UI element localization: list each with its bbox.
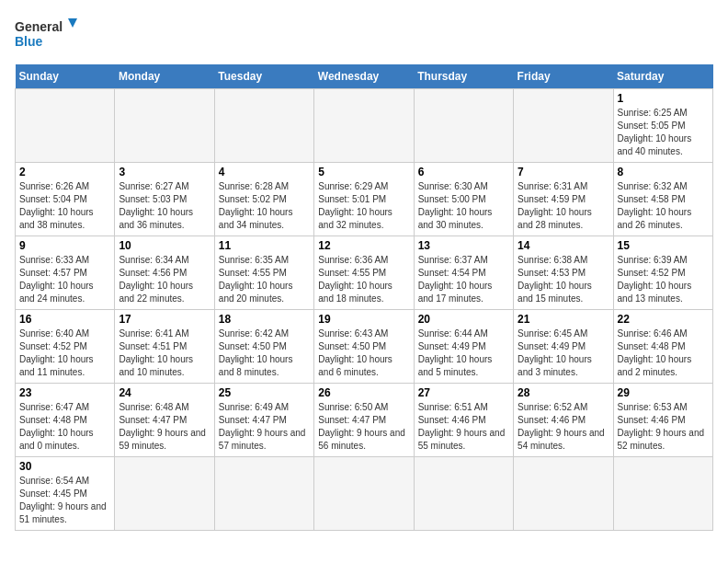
calendar-cell bbox=[214, 457, 313, 531]
weekday-header-wednesday: Wednesday bbox=[314, 64, 414, 89]
calendar-cell: 12Sunrise: 6:36 AM Sunset: 4:55 PM Dayli… bbox=[314, 236, 414, 310]
day-number: 8 bbox=[618, 166, 709, 178]
day-info: Sunrise: 6:45 AM Sunset: 4:49 PM Dayligh… bbox=[518, 327, 609, 379]
calendar-cell bbox=[16, 89, 115, 163]
calendar-cell: 26Sunrise: 6:50 AM Sunset: 4:47 PM Dayli… bbox=[314, 384, 414, 457]
calendar-cell: 4Sunrise: 6:28 AM Sunset: 5:02 PM Daylig… bbox=[214, 163, 313, 236]
day-number: 9 bbox=[19, 239, 110, 252]
day-number: 18 bbox=[219, 313, 310, 326]
weekday-header-thursday: Thursday bbox=[414, 64, 513, 89]
day-number: 20 bbox=[418, 313, 509, 326]
day-info: Sunrise: 6:48 AM Sunset: 4:47 PM Dayligh… bbox=[119, 401, 210, 453]
day-number: 15 bbox=[618, 239, 709, 252]
day-info: Sunrise: 6:30 AM Sunset: 5:00 PM Dayligh… bbox=[418, 180, 509, 232]
calendar-cell bbox=[115, 457, 214, 531]
calendar-cell bbox=[115, 89, 214, 163]
day-number: 7 bbox=[518, 166, 609, 178]
calendar-cell: 28Sunrise: 6:52 AM Sunset: 4:46 PM Dayli… bbox=[514, 384, 613, 457]
calendar-cell: 29Sunrise: 6:53 AM Sunset: 4:46 PM Dayli… bbox=[613, 384, 712, 457]
day-info: Sunrise: 6:42 AM Sunset: 4:50 PM Dayligh… bbox=[219, 327, 310, 379]
weekday-header-tuesday: Tuesday bbox=[214, 64, 313, 89]
calendar-cell bbox=[414, 457, 513, 531]
day-info: Sunrise: 6:43 AM Sunset: 4:50 PM Dayligh… bbox=[318, 327, 409, 379]
svg-marker-2 bbox=[68, 18, 77, 28]
calendar-week-row: 1Sunrise: 6:25 AM Sunset: 5:05 PM Daylig… bbox=[16, 89, 713, 163]
day-info: Sunrise: 6:39 AM Sunset: 4:52 PM Dayligh… bbox=[618, 254, 709, 305]
calendar-week-row: 2Sunrise: 6:26 AM Sunset: 5:04 PM Daylig… bbox=[16, 163, 713, 236]
calendar-cell: 10Sunrise: 6:34 AM Sunset: 4:56 PM Dayli… bbox=[115, 236, 214, 310]
calendar-cell: 25Sunrise: 6:49 AM Sunset: 4:47 PM Dayli… bbox=[214, 384, 313, 457]
day-number: 17 bbox=[119, 313, 210, 326]
calendar-cell: 15Sunrise: 6:39 AM Sunset: 4:52 PM Dayli… bbox=[613, 236, 712, 310]
day-number: 30 bbox=[19, 460, 110, 473]
day-number: 10 bbox=[119, 239, 210, 252]
calendar-cell: 18Sunrise: 6:42 AM Sunset: 4:50 PM Dayli… bbox=[214, 310, 313, 384]
calendar-week-row: 9Sunrise: 6:33 AM Sunset: 4:57 PM Daylig… bbox=[16, 236, 713, 310]
day-number: 29 bbox=[618, 386, 709, 399]
calendar-cell: 13Sunrise: 6:37 AM Sunset: 4:54 PM Dayli… bbox=[414, 236, 513, 310]
day-number: 4 bbox=[219, 166, 310, 178]
day-info: Sunrise: 6:32 AM Sunset: 4:58 PM Dayligh… bbox=[618, 180, 709, 232]
logo: General Blue bbox=[15, 15, 79, 55]
calendar-cell: 2Sunrise: 6:26 AM Sunset: 5:04 PM Daylig… bbox=[16, 163, 115, 236]
calendar-cell: 5Sunrise: 6:29 AM Sunset: 5:01 PM Daylig… bbox=[314, 163, 414, 236]
day-info: Sunrise: 6:27 AM Sunset: 5:03 PM Dayligh… bbox=[119, 180, 210, 232]
page-header: General Blue bbox=[15, 15, 713, 55]
day-info: Sunrise: 6:44 AM Sunset: 4:49 PM Dayligh… bbox=[418, 327, 509, 379]
day-number: 25 bbox=[219, 386, 310, 399]
calendar-cell: 23Sunrise: 6:47 AM Sunset: 4:48 PM Dayli… bbox=[16, 384, 115, 457]
day-info: Sunrise: 6:26 AM Sunset: 5:04 PM Dayligh… bbox=[19, 180, 110, 232]
calendar-cell: 21Sunrise: 6:45 AM Sunset: 4:49 PM Dayli… bbox=[514, 310, 613, 384]
weekday-header-row: SundayMondayTuesdayWednesdayThursdayFrid… bbox=[16, 64, 713, 89]
day-info: Sunrise: 6:40 AM Sunset: 4:52 PM Dayligh… bbox=[19, 327, 110, 379]
day-info: Sunrise: 6:47 AM Sunset: 4:48 PM Dayligh… bbox=[19, 401, 110, 453]
calendar-cell bbox=[314, 457, 414, 531]
day-info: Sunrise: 6:35 AM Sunset: 4:55 PM Dayligh… bbox=[219, 254, 310, 305]
day-number: 14 bbox=[518, 239, 609, 252]
calendar-cell: 19Sunrise: 6:43 AM Sunset: 4:50 PM Dayli… bbox=[314, 310, 414, 384]
calendar-week-row: 16Sunrise: 6:40 AM Sunset: 4:52 PM Dayli… bbox=[16, 310, 713, 384]
weekday-header-friday: Friday bbox=[514, 64, 613, 89]
day-number: 13 bbox=[418, 239, 509, 252]
day-info: Sunrise: 6:46 AM Sunset: 4:48 PM Dayligh… bbox=[618, 327, 709, 379]
day-info: Sunrise: 6:36 AM Sunset: 4:55 PM Dayligh… bbox=[318, 254, 409, 305]
calendar-cell bbox=[214, 89, 313, 163]
day-number: 22 bbox=[618, 313, 709, 326]
calendar-cell bbox=[414, 89, 513, 163]
calendar-cell: 20Sunrise: 6:44 AM Sunset: 4:49 PM Dayli… bbox=[414, 310, 513, 384]
day-info: Sunrise: 6:50 AM Sunset: 4:47 PM Dayligh… bbox=[318, 401, 409, 453]
day-info: Sunrise: 6:31 AM Sunset: 4:59 PM Dayligh… bbox=[518, 180, 609, 232]
day-number: 16 bbox=[19, 313, 110, 326]
day-info: Sunrise: 6:41 AM Sunset: 4:51 PM Dayligh… bbox=[119, 327, 210, 379]
calendar-table: SundayMondayTuesdayWednesdayThursdayFrid… bbox=[15, 64, 713, 531]
day-number: 3 bbox=[119, 166, 210, 178]
calendar-cell: 7Sunrise: 6:31 AM Sunset: 4:59 PM Daylig… bbox=[514, 163, 613, 236]
calendar-week-row: 30Sunrise: 6:54 AM Sunset: 4:45 PM Dayli… bbox=[16, 457, 713, 531]
logo-svg: General Blue bbox=[15, 15, 79, 55]
calendar-cell: 17Sunrise: 6:41 AM Sunset: 4:51 PM Dayli… bbox=[115, 310, 214, 384]
calendar-cell: 8Sunrise: 6:32 AM Sunset: 4:58 PM Daylig… bbox=[613, 163, 712, 236]
day-info: Sunrise: 6:51 AM Sunset: 4:46 PM Dayligh… bbox=[418, 401, 509, 453]
day-number: 5 bbox=[318, 166, 409, 178]
calendar-cell: 16Sunrise: 6:40 AM Sunset: 4:52 PM Dayli… bbox=[16, 310, 115, 384]
day-info: Sunrise: 6:25 AM Sunset: 5:05 PM Dayligh… bbox=[618, 107, 709, 158]
day-info: Sunrise: 6:37 AM Sunset: 4:54 PM Dayligh… bbox=[418, 254, 509, 305]
calendar-cell: 3Sunrise: 6:27 AM Sunset: 5:03 PM Daylig… bbox=[115, 163, 214, 236]
calendar-cell: 11Sunrise: 6:35 AM Sunset: 4:55 PM Dayli… bbox=[214, 236, 313, 310]
day-info: Sunrise: 6:52 AM Sunset: 4:46 PM Dayligh… bbox=[518, 401, 609, 453]
weekday-header-saturday: Saturday bbox=[613, 64, 712, 89]
svg-text:General: General bbox=[15, 19, 63, 34]
day-number: 1 bbox=[618, 92, 709, 105]
day-number: 24 bbox=[119, 386, 210, 399]
day-number: 27 bbox=[418, 386, 509, 399]
day-number: 26 bbox=[318, 386, 409, 399]
day-number: 28 bbox=[518, 386, 609, 399]
calendar-cell: 22Sunrise: 6:46 AM Sunset: 4:48 PM Dayli… bbox=[613, 310, 712, 384]
day-number: 19 bbox=[318, 313, 409, 326]
weekday-header-sunday: Sunday bbox=[16, 64, 115, 89]
day-info: Sunrise: 6:54 AM Sunset: 4:45 PM Dayligh… bbox=[19, 475, 110, 526]
calendar-cell: 14Sunrise: 6:38 AM Sunset: 4:53 PM Dayli… bbox=[514, 236, 613, 310]
day-number: 12 bbox=[318, 239, 409, 252]
calendar-cell: 24Sunrise: 6:48 AM Sunset: 4:47 PM Dayli… bbox=[115, 384, 214, 457]
day-number: 21 bbox=[518, 313, 609, 326]
